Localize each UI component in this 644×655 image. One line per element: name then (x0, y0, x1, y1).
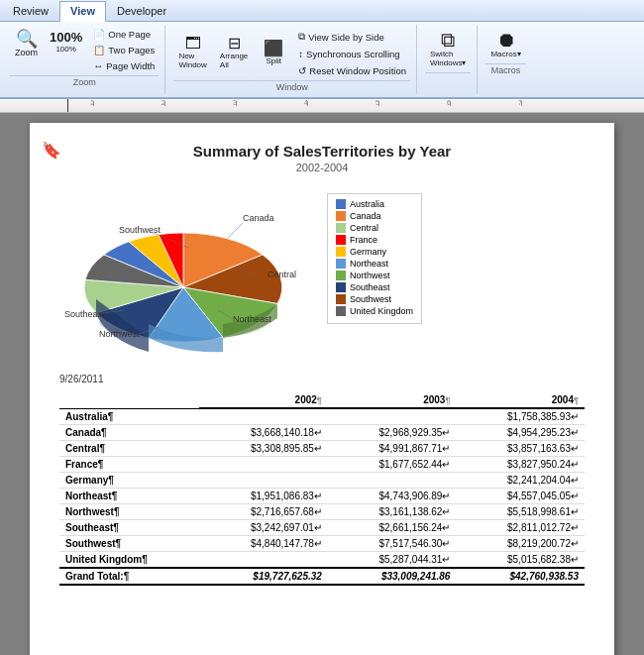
doc-page: 🔖 Summary of SalesTerritories by Year 20… (30, 123, 614, 655)
pie-chart-svg: Central Northeast Northwest Southeast So… (59, 183, 317, 362)
table-row: Northwest¶$2,716,657.68↵$3,161,138.62↵$5… (59, 504, 585, 520)
cell-y2003: $4,991,867.71↵ (328, 441, 457, 457)
view-side-icon: ⧉ (298, 31, 305, 43)
switch-windows-button[interactable]: ⧉ SwitchWindows▾ (425, 27, 471, 70)
switch-windows-label: SwitchWindows▾ (430, 50, 466, 67)
window-group: 🗔 NewWindow ⊟ ArrangeAll ⬛ Split ⧉ View … (167, 25, 417, 94)
cell-y2004: $1,758,385.93↵ (456, 408, 585, 425)
tab-view[interactable]: View (59, 1, 106, 22)
ruler-mark-4: 4 (237, 99, 308, 106)
one-page-button[interactable]: 📄 One Page (89, 27, 159, 42)
page-width-icon: ↔ (93, 60, 103, 71)
legend-germany: Germany (336, 247, 413, 257)
split-button[interactable]: ⬛ Split (256, 38, 291, 68)
cell-y2003: $1,677,652.44↵ (328, 457, 457, 473)
cell-territory: United Kingdom¶ (59, 552, 199, 569)
cell-y2003: $4,743,906.89↵ (328, 489, 457, 504)
new-window-button[interactable]: 🗔 NewWindow (173, 33, 211, 72)
page-width-label: Page Width (106, 60, 155, 71)
zoom-group: 🔍 Zoom 100% 100% 📄 One Page 📋 Two Pages … (4, 25, 165, 94)
data-table: 2002¶ 2003¶ 2004¶ Australia¶$1,758,385.9… (59, 392, 585, 586)
zoom-button[interactable]: 🔍 Zoom (10, 27, 43, 73)
one-page-label: One Page (108, 29, 151, 40)
view-side-label: View Side by Side (308, 32, 383, 43)
arrange-all-label: ArrangeAll (220, 52, 248, 69)
legend-label-canada: Canada (350, 211, 381, 221)
cell-y2004: $8,219,200.72↵ (456, 536, 585, 552)
label-central: Central (268, 270, 296, 279)
table-row: United Kingdom¶$5,287,044.31↵$5,015,682.… (59, 552, 585, 569)
cell-y2004: $3,857,163.63↵ (456, 441, 585, 457)
legend-label-france: France (350, 235, 377, 245)
legend-color-canada (336, 211, 346, 221)
legend-label-northwest: Northwest (350, 271, 390, 280)
ruler-mark-1: 1 (30, 99, 94, 106)
tab-developer[interactable]: Developer (106, 0, 177, 21)
doc-date: 9/26/2011 (59, 374, 585, 384)
cell-territory: Germany¶ (59, 473, 199, 489)
reset-position-button[interactable]: ↺ Reset Window Position (294, 63, 410, 78)
cell-y2003: $5,287,044.31↵ (328, 552, 457, 569)
legend-label-central: Central (350, 223, 378, 233)
legend-color-southwest (336, 294, 346, 304)
legend-label-australia: Australia (350, 199, 384, 209)
cell-y2002 (199, 457, 328, 473)
switch-group-label (425, 72, 471, 84)
legend-central: Central (336, 223, 413, 233)
legend-color-northeast (336, 259, 346, 269)
doc-subtitle: 2002-2004 (59, 162, 585, 173)
ribbon: 🔍 Zoom 100% 100% 📄 One Page 📋 Two Pages … (0, 22, 644, 99)
legend-color-central (336, 223, 346, 233)
cell-y2003 (328, 473, 457, 489)
two-pages-button[interactable]: 📋 Two Pages (89, 43, 159, 57)
tab-bar: Review View Developer (0, 0, 644, 22)
label-northwest: Northwest (99, 329, 140, 339)
split-icon: ⬛ (264, 41, 283, 56)
cell-y2002 (199, 408, 328, 425)
cell-y2002 (199, 552, 328, 569)
macros-group: ⏺ Macros▾ Macros (480, 25, 531, 94)
switch-windows-icon: ⧉ (441, 30, 455, 50)
cell-y2004: $2,241,204.04↵ (456, 473, 585, 489)
cell-y2002: $3,308,895.85↵ (199, 441, 328, 457)
macros-button[interactable]: ⏺ Macros▾ (485, 27, 525, 61)
table-body: Australia¶$1,758,385.93↵Canada¶$3,668,14… (59, 408, 585, 585)
ruler-mark-3: 3 (165, 99, 237, 106)
bookmark-icon: 🔖 (42, 141, 61, 160)
macros-group-label: Macros (485, 63, 525, 75)
legend-color-france (336, 235, 346, 245)
cell-y2004: $42,760,938.53 (456, 568, 585, 585)
cell-territory: Grand Total:¶ (59, 568, 199, 585)
cell-y2004: $4,557,045.05↵ (456, 489, 585, 504)
ruler-mark-2: 2 (94, 99, 165, 106)
new-window-icon: 🗔 (185, 36, 201, 52)
chart-container: Central Northeast Northwest Southeast So… (59, 183, 585, 364)
ruler-mark-6: 6 (379, 99, 451, 106)
zoom-100-button[interactable]: 100% 100% (45, 27, 87, 73)
legend-label-southeast: Southeast (350, 282, 390, 292)
sync-scroll-button[interactable]: ↕ Synchronous Scrolling (294, 47, 410, 61)
chart-legend: Australia Canada Central France Germany (327, 193, 422, 324)
label-southeast: Southeast (64, 309, 105, 319)
col-territory (59, 392, 199, 408)
window-group-label: Window (173, 80, 410, 92)
arrange-all-icon: ⊟ (228, 36, 241, 52)
ruler: 1 2 3 4 5 6 7 (0, 99, 644, 113)
cell-y2004: $2,811,012.72↵ (456, 520, 585, 536)
two-pages-label: Two Pages (108, 45, 155, 55)
arrange-all-button[interactable]: ⊟ ArrangeAll (215, 33, 253, 72)
table-row: Southeast¶$3,242,697.01↵$2,661,156.24↵$2… (59, 520, 585, 536)
cell-y2002 (199, 473, 328, 489)
page-width-button[interactable]: ↔ Page Width (89, 58, 159, 73)
tab-review[interactable]: Review (2, 0, 59, 21)
zoom-100-label: 100% (55, 45, 75, 54)
sync-scroll-label: Synchronous Scrolling (306, 49, 400, 59)
zoom-label: Zoom (15, 48, 38, 57)
zoom-buttons: 🔍 Zoom 100% 100% 📄 One Page 📋 Two Pages … (10, 27, 159, 73)
split-label: Split (267, 56, 282, 65)
col-2003-header: 2003¶ (328, 392, 457, 408)
col-2004-header: 2004¶ (456, 392, 585, 408)
legend-canada: Canada (336, 211, 413, 221)
view-side-by-side-button[interactable]: ⧉ View Side by Side (294, 29, 410, 45)
legend-color-germany (336, 247, 346, 257)
